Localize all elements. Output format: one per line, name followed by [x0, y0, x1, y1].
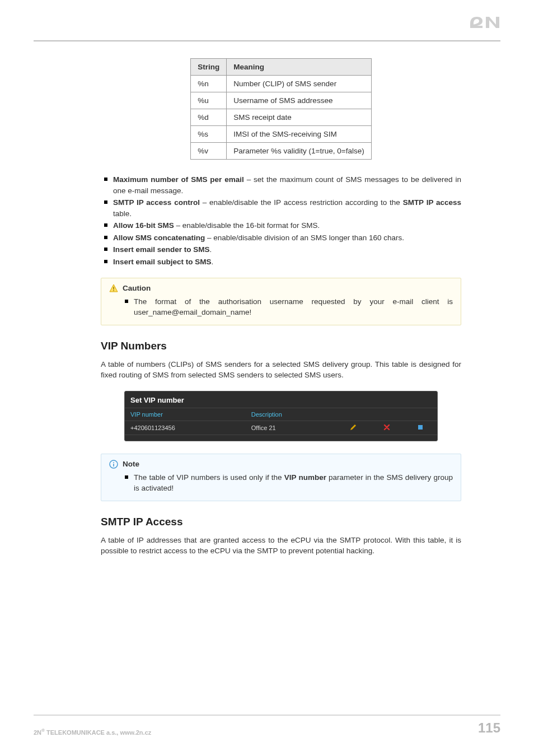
string-meaning-table: String Meaning %nNumber (CLIP) of SMS se… — [190, 58, 371, 160]
param-desc: – enable/disable the IP access restricti… — [200, 198, 403, 207]
cell: Username of SMS addressee — [227, 92, 371, 109]
vip-col-description: Description — [246, 408, 336, 421]
brand-logo — [469, 11, 500, 35]
x-icon — [383, 424, 390, 431]
table-row: %uUsername of SMS addressee — [191, 92, 371, 109]
main-content: String Meaning %nNumber (CLIP) of SMS se… — [101, 58, 461, 567]
delete-button[interactable] — [370, 421, 404, 435]
callout-title: Caution — [123, 284, 151, 292]
table-row: %sIMSI of the SMS-receiving SIM — [191, 126, 371, 143]
info-icon — [109, 460, 118, 469]
vip-row: +420601123456 Office 21 — [125, 421, 437, 435]
cell: SMS receipt date — [227, 109, 371, 126]
param-name: Maximum number of SMS per email — [113, 175, 244, 184]
list-item: Allow 16-bit SMS – enable/disable the 16… — [101, 220, 461, 231]
note-bold: VIP number — [284, 473, 326, 482]
parameter-list: Maximum number of SMS per email – set th… — [101, 174, 461, 268]
stop-button[interactable] — [404, 421, 437, 435]
document-page: String Meaning %nNumber (CLIP) of SMS se… — [0, 0, 534, 756]
cell: Parameter %s validity (1=true, 0=false) — [227, 143, 371, 160]
table-row: %nNumber (CLIP) of SMS sender — [191, 76, 371, 92]
callout-item: The table of VIP numbers is used only if… — [125, 472, 453, 494]
note-text: The table of VIP numbers is used only if… — [134, 473, 284, 482]
param-desc: . — [212, 258, 214, 266]
cell: IMSI of the SMS-receiving SIM — [227, 126, 371, 143]
param-name-inline: SMTP IP access — [403, 198, 461, 207]
callout-header: Note — [109, 460, 453, 469]
table-row: %dSMS receipt date — [191, 109, 371, 126]
callout-title: Note — [123, 460, 139, 468]
param-desc: table. — [113, 209, 132, 218]
svg-rect-0 — [113, 287, 114, 290]
vip-numbers-heading: VIP Numbers — [101, 340, 461, 352]
svg-rect-4 — [113, 464, 114, 466]
caution-callout: Caution The format of the authorisation … — [101, 278, 461, 325]
vip-number-cell: +420601123456 — [125, 421, 246, 435]
vip-desc-cell: Office 21 — [246, 421, 336, 435]
param-name: Allow SMS concatenating — [113, 234, 205, 242]
vip-number-widget: Set VIP number VIP number Description +4… — [124, 391, 438, 441]
vip-widget-title: Set VIP number — [125, 391, 437, 408]
smtp-ip-access-heading: SMTP IP Access — [101, 516, 461, 528]
param-name: Insert email sender to SMS — [113, 245, 210, 254]
list-item: Allow SMS concatenating – enable/disable… — [101, 232, 461, 244]
warning-icon — [109, 284, 118, 293]
cell: Number (CLIP) of SMS sender — [227, 76, 371, 92]
pencil-icon — [350, 424, 357, 431]
smtp-ip-access-para: A table of IP addresses that are granted… — [101, 535, 461, 557]
cell: %n — [191, 76, 227, 92]
param-desc: – enable/disable division of an SMS long… — [205, 234, 404, 242]
page-number: 115 — [478, 720, 500, 736]
callout-header: Caution — [109, 284, 453, 293]
square-icon — [417, 424, 424, 431]
list-item: Insert email sender to SMS. — [101, 244, 461, 255]
footer-url: TELEKOMUNIKACE a.s., www.2n.cz — [45, 729, 151, 736]
vip-col-number: VIP number — [125, 408, 246, 421]
param-name: SMTP IP access control — [113, 198, 200, 207]
vip-numbers-para: A table of numbers (CLIPs) of SMS sender… — [101, 359, 461, 381]
page-footer: 2N® TELEKOMUNIKACE a.s., www.2n.cz 115 — [34, 715, 500, 736]
param-name: Allow 16-bit SMS — [113, 221, 174, 230]
list-item: Maximum number of SMS per email – set th… — [101, 174, 461, 196]
table-header-string: String — [191, 59, 227, 76]
table-row: %vParameter %s validity (1=true, 0=false… — [191, 143, 371, 160]
footer-company: 2N® TELEKOMUNIKACE a.s., www.2n.cz — [34, 728, 151, 736]
note-callout: Note The table of VIP numbers is used on… — [101, 454, 461, 501]
edit-button[interactable] — [336, 421, 370, 435]
list-item: SMTP IP access control – enable/disable … — [101, 197, 461, 219]
list-item: Insert email subject to SMS. — [101, 256, 461, 268]
table-header-meaning: Meaning — [227, 59, 371, 76]
callout-item: The format of the authorisation username… — [125, 296, 453, 318]
param-desc: – enable/disable the 16-bit format for S… — [174, 221, 320, 230]
footer-brand: 2N — [34, 729, 41, 736]
param-name: Insert email subject to SMS — [113, 258, 212, 266]
cell: %s — [191, 126, 227, 143]
svg-rect-5 — [113, 462, 114, 463]
header-rule — [34, 40, 500, 41]
cell: %u — [191, 92, 227, 109]
svg-rect-2 — [418, 425, 423, 430]
cell: %d — [191, 109, 227, 126]
param-desc: . — [210, 245, 212, 254]
cell: %v — [191, 143, 227, 160]
svg-rect-1 — [113, 290, 114, 291]
